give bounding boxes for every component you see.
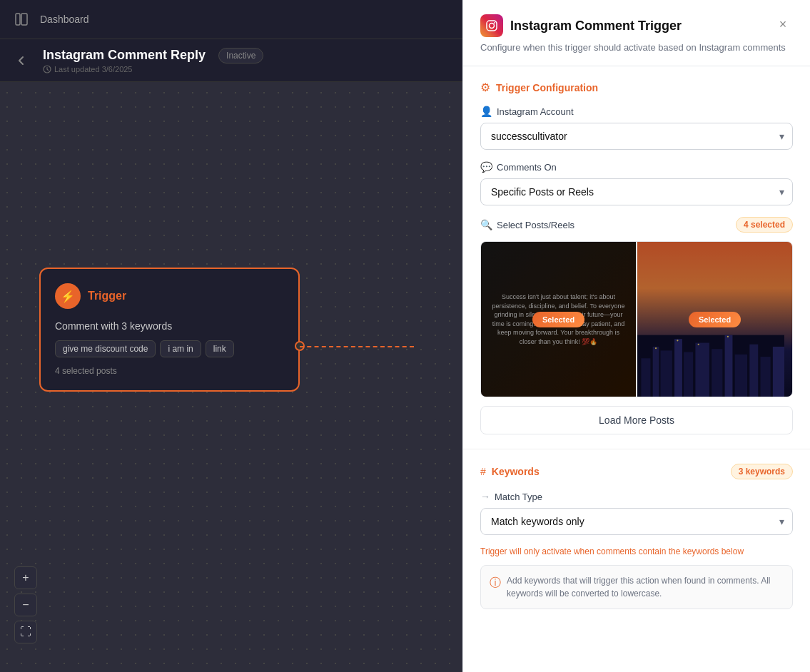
keywords-section: # Keywords 3 keywords → Match Type Match…: [463, 449, 810, 623]
posts-selected-count-badge: 4 selected: [736, 217, 793, 233]
match-type-select-wrapper: Match keywords only ▾: [480, 508, 793, 535]
match-type-select[interactable]: Match keywords only: [480, 508, 793, 535]
info-circle-icon: ⓘ: [490, 576, 501, 591]
keyword-tag-2: i am in: [160, 340, 201, 357]
workflow-last-updated: Last updated 3/6/2025: [43, 65, 263, 73]
search-icon: 🔍: [480, 219, 492, 230]
trigger-node-subtitle: Comment with 3 keywords: [55, 320, 284, 332]
canvas-area: ⚡ Trigger Comment with 3 keywords give m…: [0, 82, 462, 672]
close-panel-button[interactable]: ×: [773, 14, 793, 34]
svg-rect-3: [487, 21, 497, 31]
top-bar: Dashboard: [0, 0, 462, 39]
svg-rect-1: [21, 14, 27, 25]
posts-count: 4 selected posts: [55, 366, 284, 376]
arrow-right-icon: →: [480, 491, 490, 502]
workflow-title: Instagram Comment Reply: [43, 48, 206, 63]
panel-title-row: Instagram Comment Trigger: [480, 14, 682, 37]
panel-subtitle: Configure when this trigger should activ…: [480, 41, 793, 54]
zoom-in-button[interactable]: +: [14, 566, 37, 589]
load-more-posts-button[interactable]: Load More Posts: [480, 406, 793, 434]
hash-icon: #: [480, 466, 486, 477]
comment-icon: 💬: [480, 161, 492, 173]
keywords-section-header: # Keywords 3 keywords: [480, 464, 793, 479]
workflow-header: Instagram Comment Reply Inactive Last up…: [0, 39, 462, 82]
keyword-tag-3: link: [206, 340, 234, 357]
svg-point-4: [490, 24, 495, 29]
posts-grid: Success isn't just about talent; it's ab…: [481, 242, 792, 397]
keywords-count-badge: 3 keywords: [731, 464, 793, 479]
back-button[interactable]: [11, 51, 31, 71]
panel-header: Instagram Comment Trigger × Configure wh…: [463, 0, 810, 66]
account-select[interactable]: successcultivator: [480, 123, 793, 150]
trigger-node-label: Trigger: [88, 290, 126, 302]
post-2-selected-badge: Selected: [689, 312, 741, 327]
svg-point-5: [494, 22, 495, 24]
comments-on-field-label: 💬 Comments On: [480, 161, 793, 173]
trigger-node[interactable]: ⚡ Trigger Comment with 3 keywords give m…: [39, 268, 300, 392]
add-keywords-hint-text: Add keywords that will trigger this acti…: [507, 574, 784, 600]
posts-section-header: 🔍 Select Posts/Reels 4 selected: [480, 217, 793, 233]
connector-line: [300, 346, 414, 347]
fullscreen-button[interactable]: ⛶: [14, 621, 37, 643]
person-icon: 👤: [480, 106, 492, 117]
keyword-tags-container: give me discount code i am in link: [55, 340, 284, 357]
comments-on-select-wrapper: Specific Posts or Reels ▾: [480, 178, 793, 205]
dashboard-link[interactable]: Dashboard: [40, 14, 89, 25]
post-2-selected-overlay: Selected: [637, 242, 792, 397]
post-1-selected-overlay: Selected: [481, 242, 636, 397]
svg-rect-0: [16, 14, 20, 25]
trigger-config-section: ⚙ Trigger Configuration 👤 Instagram Acco…: [463, 66, 810, 449]
add-keywords-area: ⓘ Add keywords that will trigger this ac…: [480, 565, 793, 609]
gear-icon: ⚙: [480, 81, 490, 94]
post-item-1[interactable]: Success isn't just about talent; it's ab…: [481, 242, 636, 397]
right-panel: Instagram Comment Trigger × Configure wh…: [462, 0, 810, 672]
match-type-field-label: → Match Type: [480, 491, 793, 502]
trigger-node-icon: ⚡: [55, 283, 81, 309]
workflow-status-badge: Inactive: [218, 48, 263, 63]
match-description: Trigger will only activate when comments…: [480, 546, 793, 556]
post-item-2[interactable]: Selected Unlock your potential and eleva…: [637, 242, 792, 397]
trigger-config-title: Trigger Configuration: [496, 82, 598, 93]
workflow-meta: Instagram Comment Reply Inactive Last up…: [43, 48, 263, 73]
comments-on-select[interactable]: Specific Posts or Reels: [480, 178, 793, 205]
keywords-section-title: Keywords: [492, 466, 540, 477]
posts-grid-container: Success isn't just about talent; it's ab…: [480, 241, 793, 397]
panel-title: Instagram Comment Trigger: [510, 19, 682, 34]
trigger-node-header: ⚡ Trigger: [55, 283, 284, 309]
account-select-wrapper: successcultivator ▾: [480, 123, 793, 150]
zoom-controls: + − ⛶: [14, 566, 37, 643]
zoom-out-button[interactable]: −: [14, 594, 37, 616]
account-field-label: 👤 Instagram Account: [480, 106, 793, 117]
instagram-icon: [480, 14, 503, 37]
keyword-tag-1: give me discount code: [55, 340, 156, 357]
posts-section-label: Select Posts/Reels: [497, 220, 574, 230]
post-1-selected-badge: Selected: [532, 312, 584, 327]
sidebar-toggle-button[interactable]: [11, 9, 31, 29]
trigger-config-header: ⚙ Trigger Configuration: [480, 81, 793, 94]
